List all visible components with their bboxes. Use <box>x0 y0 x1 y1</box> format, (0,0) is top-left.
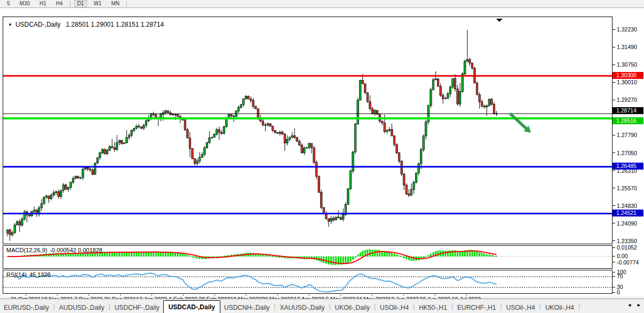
candle-body <box>335 217 337 220</box>
tab-audusd-daily[interactable]: AUDUSD-,Daily <box>55 302 108 313</box>
tab-usoil-h4[interactable]: USOil-,H4 <box>503 302 539 313</box>
rsi-tick-dash <box>613 276 615 277</box>
macd-histogram-bar <box>129 252 130 256</box>
macd-values: -0.000542 0.001828 <box>50 247 102 253</box>
macd-indicator-panel[interactable]: MACD(12,26,9)-0.000542 0.001828 <box>3 245 613 269</box>
price-chart-panel[interactable]: ▼ USDCAD-,Daily 1.28501 1.29001 1.28151 … <box>3 17 613 244</box>
candle-body <box>293 135 295 138</box>
candle-body <box>287 139 288 143</box>
candle-body <box>430 90 432 106</box>
chart-shift-marker-icon[interactable] <box>496 19 503 22</box>
tab-xauusd-daily[interactable]: XAUUSD-,Daily <box>276 302 328 313</box>
candle-body <box>415 173 417 182</box>
candle-body <box>269 124 271 126</box>
macd-histogram-bar <box>377 250 378 256</box>
candle-body <box>50 195 52 199</box>
candle-body <box>101 149 103 153</box>
candle-body <box>89 169 91 170</box>
candle-body <box>9 230 11 235</box>
candle-body <box>476 83 478 95</box>
collapse-quote-icon[interactable]: ▼ <box>8 22 12 27</box>
price-tick-label: 1.24830 <box>617 203 637 209</box>
macd-histogram-bar <box>374 250 376 256</box>
candle-body <box>444 98 446 99</box>
candle-body <box>396 145 397 153</box>
sell-arrow-annotation[interactable] <box>510 114 526 129</box>
candle-body <box>440 86 441 95</box>
candle-body <box>413 182 415 190</box>
price-tick-label: 1.29270 <box>617 97 637 103</box>
candle-body <box>114 148 115 149</box>
macd-label: MACD(12,26,9)-0.000542 0.001828 <box>6 247 102 253</box>
tab-usdchf-daily[interactable]: USDCHF-,Daily <box>111 302 163 313</box>
tab-usdcad-daily[interactable]: USDCAD-,Daily <box>163 300 220 313</box>
rsi-tick-label: 0 <box>617 289 620 295</box>
candle-body <box>126 138 128 143</box>
timeframe-button-D1[interactable]: D1 <box>75 1 87 7</box>
timeframe-button-H1[interactable]: H1 <box>37 1 49 7</box>
timeframe-button-MN[interactable]: MN <box>108 1 122 7</box>
candle-body <box>299 141 300 145</box>
macd-histogram-bar <box>462 251 463 256</box>
macd-title: MACD(12,26,9) <box>6 247 47 253</box>
price-chart-canvas[interactable] <box>3 17 612 244</box>
price-label-1.28516: 1.28516 <box>613 117 643 124</box>
candle-body <box>87 167 89 169</box>
macd-histogram-bar <box>360 253 361 257</box>
candle-body <box>311 143 312 148</box>
candle-body <box>55 191 57 192</box>
candle-body <box>14 225 15 232</box>
timeframe-button-W1[interactable]: W1 <box>91 1 104 7</box>
price-label-1.24521: 1.24521 <box>613 210 643 216</box>
tab-scroll-left-icon[interactable]: ◄ <box>627 302 632 308</box>
tab-eurusd-daily[interactable]: EURUSD-,Daily <box>0 302 53 313</box>
candle-body <box>216 130 217 134</box>
candle-body <box>267 124 268 125</box>
rsi-line <box>15 273 497 292</box>
candle-body <box>123 143 125 144</box>
timeframe-button-M30[interactable]: M30 <box>17 1 33 7</box>
macd-histogram-bar <box>384 252 385 256</box>
macd-histogram-bar <box>167 253 169 256</box>
candle-body <box>388 130 390 131</box>
macd-histogram-bar <box>148 252 149 256</box>
candle-body <box>192 149 193 159</box>
candle-body <box>479 95 480 102</box>
macd-histogram-bar <box>92 253 93 256</box>
tab-ukoil-daily[interactable]: UKOil-,Daily <box>331 302 373 313</box>
tab-eurchf-h1[interactable]: EURCHF-,H1 <box>454 302 500 313</box>
price-axis[interactable]: 1.322301.314901.307501.300101.292701.277… <box>613 17 644 304</box>
macd-histogram-bar <box>267 256 268 256</box>
candle-body <box>313 148 315 162</box>
candle-body <box>199 157 201 161</box>
tab-hk50-h1[interactable]: HK50-,H1 <box>415 302 451 313</box>
macd-histogram-bar <box>160 252 162 256</box>
macd-histogram-bar <box>325 256 327 263</box>
candle-body <box>369 101 371 109</box>
tab-usdcnh-daily[interactable]: USDCNH-,Daily <box>220 302 273 313</box>
tab-ukoil-h4[interactable]: UKOil-,H4 <box>542 302 578 313</box>
rsi-indicator-canvas[interactable] <box>3 270 612 293</box>
candle-body <box>223 127 225 133</box>
macd-tick-label: 0.00 <box>617 253 627 259</box>
macd-histogram-bar <box>483 254 485 256</box>
chart-content-area: ▼ USDCAD-,Daily 1.28501 1.29001 1.28151 … <box>0 8 644 296</box>
candle-body <box>262 121 264 125</box>
tab-scroll-right-icon[interactable]: ► <box>637 302 641 308</box>
rsi-indicator-panel[interactable]: RSI(14)45.1328 <box>3 270 613 294</box>
candle-body <box>187 130 188 138</box>
candle-body <box>140 127 142 129</box>
tab-usoil-h4[interactable]: USOil-,H4 <box>376 302 412 313</box>
timeframe-button-5[interactable]: 5 <box>4 1 13 7</box>
candle-body <box>233 116 234 116</box>
candle-body <box>406 185 407 194</box>
candle-body <box>201 155 203 158</box>
price-label-1.30300: 1.30300 <box>613 72 643 79</box>
candle-body <box>418 164 419 173</box>
candle-body <box>308 143 310 148</box>
timeframe-button-H4[interactable]: H4 <box>53 1 66 7</box>
candle-body <box>174 115 176 115</box>
candle-body <box>282 132 283 134</box>
macd-histogram-bar <box>170 253 171 256</box>
macd-histogram-bar <box>114 252 115 256</box>
